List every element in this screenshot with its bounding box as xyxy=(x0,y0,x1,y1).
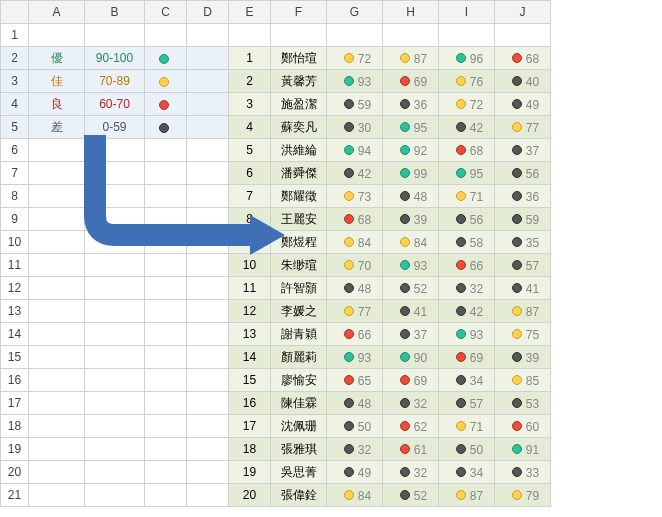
cell-E7[interactable]: 6 xyxy=(229,162,271,185)
cell-I15[interactable]: 69 xyxy=(439,346,495,369)
cell-A16[interactable] xyxy=(29,369,85,392)
cell-H4[interactable]: 36 xyxy=(383,93,439,116)
cell-D3[interactable] xyxy=(187,70,229,93)
row-header-12[interactable]: 12 xyxy=(1,277,29,300)
cell-E6[interactable]: 5 xyxy=(229,139,271,162)
col-header-J[interactable]: J xyxy=(495,1,551,24)
cell-J9[interactable]: 59 xyxy=(495,208,551,231)
cell-A5[interactable]: 差 xyxy=(29,116,85,139)
cell-F9[interactable]: 王麗安 xyxy=(271,208,327,231)
cell-C7[interactable] xyxy=(145,162,187,185)
row-header-19[interactable]: 19 xyxy=(1,438,29,461)
col-header-C[interactable]: C xyxy=(145,1,187,24)
row-header-18[interactable]: 18 xyxy=(1,415,29,438)
cell-F1[interactable]: 姓名 xyxy=(271,24,327,47)
cell-F2[interactable]: 鄭怡瑄 xyxy=(271,47,327,70)
row-header-14[interactable]: 14 xyxy=(1,323,29,346)
cell-F10[interactable]: 鄭煜程 xyxy=(271,231,327,254)
cell-F12[interactable]: 許智顥 xyxy=(271,277,327,300)
cell-H18[interactable]: 62 xyxy=(383,415,439,438)
cell-H11[interactable]: 93 xyxy=(383,254,439,277)
col-header-D[interactable]: D xyxy=(187,1,229,24)
cell-A20[interactable] xyxy=(29,461,85,484)
cell-A6[interactable] xyxy=(29,139,85,162)
cell-D1[interactable] xyxy=(187,24,229,47)
cell-B18[interactable] xyxy=(85,415,145,438)
cell-I14[interactable]: 93 xyxy=(439,323,495,346)
col-header-E[interactable]: E xyxy=(229,1,271,24)
cell-B20[interactable] xyxy=(85,461,145,484)
cell-E17[interactable]: 16 xyxy=(229,392,271,415)
row-header-9[interactable]: 9 xyxy=(1,208,29,231)
cell-D4[interactable] xyxy=(187,93,229,116)
cell-D2[interactable] xyxy=(187,47,229,70)
cell-D16[interactable] xyxy=(187,369,229,392)
cell-C11[interactable] xyxy=(145,254,187,277)
cell-B15[interactable] xyxy=(85,346,145,369)
cell-A4[interactable]: 良 xyxy=(29,93,85,116)
cell-G18[interactable]: 50 xyxy=(327,415,383,438)
row-header-20[interactable]: 20 xyxy=(1,461,29,484)
row-header-17[interactable]: 17 xyxy=(1,392,29,415)
cell-I10[interactable]: 58 xyxy=(439,231,495,254)
cell-B14[interactable] xyxy=(85,323,145,346)
cell-A10[interactable] xyxy=(29,231,85,254)
cell-H9[interactable]: 39 xyxy=(383,208,439,231)
row-header-7[interactable]: 7 xyxy=(1,162,29,185)
cell-C9[interactable] xyxy=(145,208,187,231)
cell-E11[interactable]: 10 xyxy=(229,254,271,277)
row-header-15[interactable]: 15 xyxy=(1,346,29,369)
cell-F19[interactable]: 張雅琪 xyxy=(271,438,327,461)
cell-G15[interactable]: 93 xyxy=(327,346,383,369)
cell-I16[interactable]: 34 xyxy=(439,369,495,392)
cell-G20[interactable]: 49 xyxy=(327,461,383,484)
cell-A13[interactable] xyxy=(29,300,85,323)
cell-D18[interactable] xyxy=(187,415,229,438)
cell-J17[interactable]: 53 xyxy=(495,392,551,415)
cell-F18[interactable]: 沈佩珊 xyxy=(271,415,327,438)
cell-B3[interactable]: 70-89 xyxy=(85,70,145,93)
cell-F3[interactable]: 黃馨芳 xyxy=(271,70,327,93)
cell-C12[interactable] xyxy=(145,277,187,300)
cell-C5[interactable] xyxy=(145,116,187,139)
cell-F16[interactable]: 廖愉安 xyxy=(271,369,327,392)
cell-C15[interactable] xyxy=(145,346,187,369)
cell-G19[interactable]: 32 xyxy=(327,438,383,461)
cell-A3[interactable]: 佳 xyxy=(29,70,85,93)
cell-H5[interactable]: 95 xyxy=(383,116,439,139)
row-header-8[interactable]: 8 xyxy=(1,185,29,208)
cell-E10[interactable]: 9 xyxy=(229,231,271,254)
select-all-corner[interactable] xyxy=(1,1,29,24)
cell-F6[interactable]: 洪維綸 xyxy=(271,139,327,162)
cell-D8[interactable] xyxy=(187,185,229,208)
cell-B1[interactable]: 數值 xyxy=(85,24,145,47)
col-header-F[interactable]: F xyxy=(271,1,327,24)
cell-H13[interactable]: 41 xyxy=(383,300,439,323)
cell-I2[interactable]: 96 xyxy=(439,47,495,70)
cell-C4[interactable] xyxy=(145,93,187,116)
cell-B8[interactable] xyxy=(85,185,145,208)
row-header-2[interactable]: 2 xyxy=(1,47,29,70)
cell-J16[interactable]: 85 xyxy=(495,369,551,392)
cell-E19[interactable]: 18 xyxy=(229,438,271,461)
cell-I18[interactable]: 71 xyxy=(439,415,495,438)
cell-F14[interactable]: 謝青穎 xyxy=(271,323,327,346)
cell-C20[interactable] xyxy=(145,461,187,484)
cell-I20[interactable]: 34 xyxy=(439,461,495,484)
cell-A18[interactable] xyxy=(29,415,85,438)
cell-E21[interactable]: 20 xyxy=(229,484,271,507)
cell-I9[interactable]: 56 xyxy=(439,208,495,231)
cell-D15[interactable] xyxy=(187,346,229,369)
cell-H20[interactable]: 32 xyxy=(383,461,439,484)
row-header-16[interactable]: 16 xyxy=(1,369,29,392)
cell-J2[interactable]: 68 xyxy=(495,47,551,70)
cell-I12[interactable]: 32 xyxy=(439,277,495,300)
cell-C6[interactable] xyxy=(145,139,187,162)
cell-D7[interactable] xyxy=(187,162,229,185)
cell-B4[interactable]: 60-70 xyxy=(85,93,145,116)
cell-C10[interactable] xyxy=(145,231,187,254)
cell-E9[interactable]: 8 xyxy=(229,208,271,231)
cell-J6[interactable]: 37 xyxy=(495,139,551,162)
cell-G7[interactable]: 42 xyxy=(327,162,383,185)
cell-G12[interactable]: 48 xyxy=(327,277,383,300)
